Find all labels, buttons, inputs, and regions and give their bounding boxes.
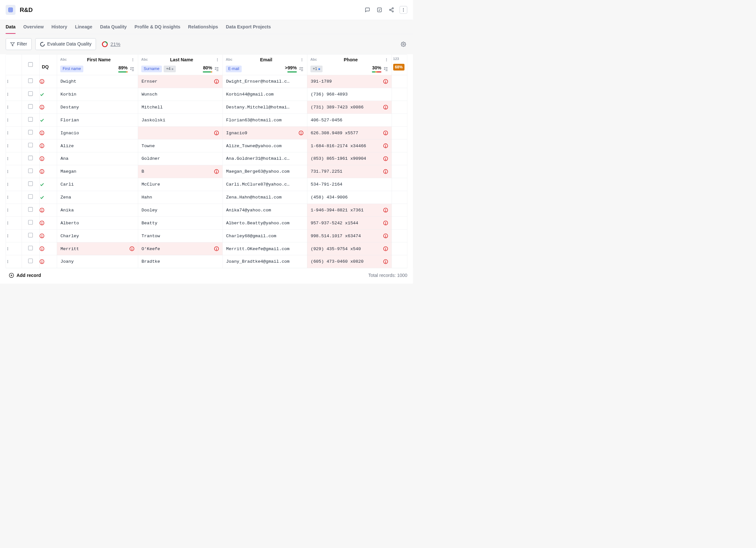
cell-email[interactable]: Alize_Towne@yahoo.com [223,139,307,152]
cell-fname[interactable]: Dwight [57,75,138,88]
tab-data-quality[interactable]: Data Quality [100,20,127,34]
column-menu-icon[interactable] [131,58,135,62]
cell-lname[interactable]: Wunsch [138,88,223,101]
cell-fname[interactable]: Joany [57,255,138,268]
row-menu[interactable] [6,139,22,152]
cell-extra[interactable] [392,242,407,255]
select-all-checkbox[interactable] [28,62,33,67]
cell-email[interactable]: Joany_Bradtke4@gmail.com [223,255,307,268]
cell-email[interactable]: Alberto.Beatty@yahoo.com [223,216,307,229]
cell-email[interactable]: Korbin44@gmail.com [223,88,307,101]
row-checkbox[interactable] [28,181,33,186]
cell-lname[interactable]: O'Keefe [138,242,223,255]
cell-phone[interactable]: 731.797.2251 [307,165,392,178]
cell-phone[interactable]: (731) 389-7423 x0086 [307,101,392,114]
cell-extra[interactable] [392,178,407,191]
column-menu-icon[interactable] [215,58,219,62]
cell-extra[interactable] [392,126,407,139]
row-checkbox[interactable] [28,117,33,122]
row-checkbox[interactable] [28,245,33,250]
overall-dq-score[interactable]: 21% [102,41,120,47]
cell-email[interactable]: Ignacio9 [223,126,307,139]
row-menu[interactable] [6,204,22,216]
evaluate-dq-button[interactable]: Evaluate Data Quality [35,38,96,50]
cell-fname[interactable]: Ignacio [57,126,138,139]
row-menu[interactable] [6,152,22,165]
cell-extra[interactable] [392,101,407,114]
cell-email[interactable]: Zena.Hahn@hotmail.com [223,191,307,204]
cell-lname[interactable]: Ernser [138,75,223,88]
header-last-name[interactable]: Abc Last Name Surname +4 80% [138,55,223,75]
sort-icon[interactable] [299,66,304,71]
header-phone[interactable]: Abc Phone +1 30% [307,55,392,75]
cell-fname[interactable]: Alberto [57,216,138,229]
row-checkbox[interactable] [28,233,33,237]
cell-lname[interactable]: B [138,165,223,178]
cell-fname[interactable]: Charley [57,229,138,242]
cell-email[interactable]: Carli.McClure87@yahoo.c… [223,178,307,191]
cell-phone[interactable]: 957-937-5242 x1544 [307,216,392,229]
cell-lname[interactable]: Trantow [138,229,223,242]
cell-fname[interactable]: Alize [57,139,138,152]
cell-fname[interactable]: Destany [57,101,138,114]
cell-lname[interactable] [138,126,223,139]
cell-extra[interactable] [392,165,407,178]
cell-fname[interactable]: Florian [57,114,138,126]
more-chip[interactable]: +1 [310,65,323,72]
row-menu[interactable] [6,178,22,191]
cell-extra[interactable] [392,204,407,216]
cell-email[interactable]: Anika74@yahoo.com [223,204,307,216]
cell-phone[interactable]: (605) 473-0460 x0820 [307,255,392,268]
row-checkbox[interactable] [28,207,33,212]
cell-extra[interactable] [392,216,407,229]
term-chip[interactable]: Surname [141,65,162,72]
cell-extra[interactable] [392,255,407,268]
more-button[interactable] [400,6,407,14]
row-checkbox[interactable] [28,168,33,173]
row-menu[interactable] [6,229,22,242]
row-menu[interactable] [6,242,22,255]
cell-fname[interactable]: Carli [57,178,138,191]
cell-lname[interactable]: McClure [138,178,223,191]
cell-email[interactable]: Merritt.OKeefe@gmail.com [223,242,307,255]
tab-data-export-projects[interactable]: Data Export Projects [226,20,271,34]
header-first-name[interactable]: Abc First Name First name 89% [57,55,138,75]
cell-fname[interactable]: Korbin [57,88,138,101]
row-menu[interactable] [6,126,22,139]
row-menu[interactable] [6,101,22,114]
row-checkbox[interactable] [28,104,33,109]
row-menu[interactable] [6,216,22,229]
cell-phone[interactable]: (736) 968-4893 [307,88,392,101]
cell-phone[interactable]: 391-1789 [307,75,392,88]
cell-email[interactable]: Dwight_Ernser@hotmail.c… [223,75,307,88]
row-menu[interactable] [6,75,22,88]
cell-phone[interactable]: 406-527-0456 [307,114,392,126]
settings-button[interactable] [400,40,407,48]
cell-phone[interactable]: (458) 434-9006 [307,191,392,204]
cell-extra[interactable] [392,114,407,126]
cell-lname[interactable]: Dooley [138,204,223,216]
cell-phone[interactable]: 534-791-2164 [307,178,392,191]
cell-extra[interactable] [392,152,407,165]
tab-lineage[interactable]: Lineage [75,20,92,34]
cell-phone[interactable]: 998.514.1017 x63474 [307,229,392,242]
tab-data[interactable]: Data [5,20,15,34]
cell-phone[interactable]: 626.308.9489 x5577 [307,126,392,139]
row-menu[interactable] [6,165,22,178]
cell-extra[interactable] [392,229,407,242]
row-checkbox[interactable] [28,143,33,147]
tasks-button[interactable] [375,6,383,14]
tab-relationships[interactable]: Relationships [188,20,218,34]
cell-lname[interactable]: Goldner [138,152,223,165]
header-email[interactable]: Abc Email E-mail >99% [223,55,307,75]
cell-fname[interactable]: Maegan [57,165,138,178]
header-extra[interactable]: 123 68% [392,55,407,75]
cell-phone[interactable]: (853) 865-1961 x90904 [307,152,392,165]
row-menu[interactable] [6,114,22,126]
filter-button[interactable]: Filter [5,38,32,50]
term-chip[interactable]: First name [60,65,84,72]
comment-button[interactable] [363,6,371,14]
cell-fname[interactable]: Merritt [57,242,138,255]
sort-icon[interactable] [214,66,219,71]
row-checkbox[interactable] [28,220,33,224]
